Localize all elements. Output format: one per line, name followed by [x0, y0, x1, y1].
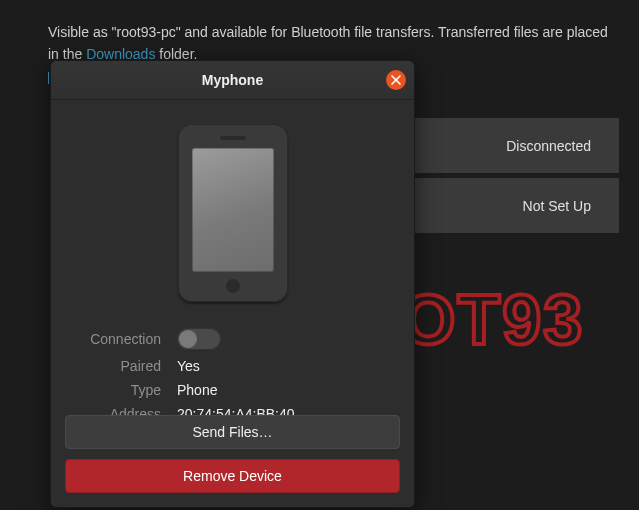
type-value: Phone: [177, 382, 388, 398]
divider: [48, 72, 49, 84]
remove-device-button[interactable]: Remove Device: [65, 459, 400, 493]
modal-actions: Send Files… Remove Device: [65, 415, 400, 493]
send-files-button[interactable]: Send Files…: [65, 415, 400, 449]
connection-toggle[interactable]: [177, 328, 221, 350]
modal-title: Myphone: [202, 72, 263, 88]
bluetooth-visibility-info: Visible as "root93-pc" and available for…: [48, 22, 619, 65]
device-details: Connection Paired Yes Type Phone Address…: [51, 328, 414, 422]
phone-icon: [178, 124, 288, 302]
toggle-knob: [179, 330, 197, 348]
device-details-modal: Myphone Connection Paired Yes Type Phone…: [50, 60, 415, 508]
info-prefix: Visible as ": [48, 24, 117, 40]
close-icon: [391, 75, 401, 85]
device-status: Disconnected: [506, 138, 591, 154]
device-illustration: [51, 124, 414, 302]
close-button[interactable]: [386, 70, 406, 90]
info-hostname: root93-pc: [117, 24, 176, 40]
connection-label: Connection: [77, 331, 177, 347]
paired-label: Paired: [77, 358, 177, 374]
device-status: Not Set Up: [523, 198, 591, 214]
modal-header: Myphone: [51, 61, 414, 100]
paired-value: Yes: [177, 358, 388, 374]
type-label: Type: [77, 382, 177, 398]
